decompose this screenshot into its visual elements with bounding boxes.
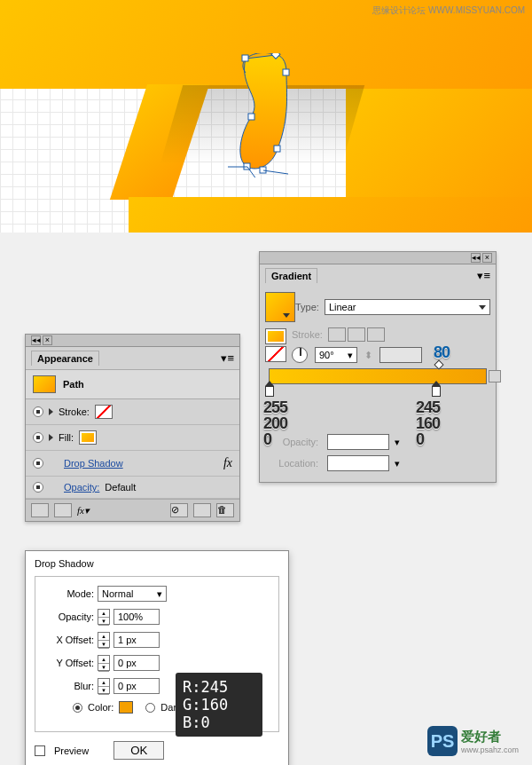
xoffset-spinner[interactable]: ▲▼ — [98, 632, 110, 648]
yoffset-label: Y Offset: — [43, 658, 94, 668]
opacity-spinner[interactable]: ▲▼ — [98, 609, 110, 625]
panel-menu-icon[interactable]: ▾≡ — [477, 269, 490, 282]
svg-rect-1 — [242, 55, 248, 61]
gradient-tab[interactable]: Gradient — [265, 268, 317, 283]
gradient-panel: ◂◂ × Gradient ▾≡ Type: Linear — [259, 251, 497, 483]
fill-row[interactable]: Fill: — [26, 425, 239, 451]
appearance-tab[interactable]: Appearance — [31, 351, 99, 366]
yoffset-input[interactable]: 0 px — [113, 655, 160, 671]
rgb-g: G:160 — [183, 696, 255, 714]
dialog-title: Drop Shadow — [26, 551, 288, 572]
svg-rect-3 — [248, 114, 254, 120]
rgb-r: R:245 — [183, 678, 255, 696]
eye-icon[interactable] — [33, 458, 43, 469]
aspect-icon: ⬍ — [364, 350, 372, 361]
ds-opacity-label: Opacity: — [43, 611, 94, 622]
type-label: Type: — [295, 302, 319, 312]
stroke-opt-2[interactable] — [348, 327, 365, 342]
expand-icon[interactable] — [49, 434, 53, 441]
eye-icon[interactable] — [33, 432, 43, 443]
angle-input[interactable]: 90°▾ — [315, 347, 357, 363]
footer-btn-2[interactable] — [54, 503, 72, 517]
blur-input[interactable]: 0 px — [113, 678, 160, 694]
stroke-opt-3[interactable] — [367, 327, 385, 342]
svg-rect-6 — [260, 167, 266, 173]
gradient-ramp[interactable]: 80 255 200 0 245 160 0 — [269, 368, 487, 384]
preview-checkbox[interactable] — [35, 745, 45, 756]
ps-badge: PS — [427, 726, 458, 756]
object-thumbnail — [33, 375, 56, 393]
panel-close-icon[interactable]: × — [43, 335, 52, 345]
canvas-area[interactable]: 思缘设计论坛 WWW.MISSYUAN.COM — [0, 0, 532, 233]
gradient-preview-swatch[interactable] — [265, 292, 295, 322]
site-watermark: PS 爱好者 www.psahz.com — [427, 726, 519, 756]
gradient-stop-right[interactable] — [432, 386, 441, 397]
artwork-bottom — [129, 197, 532, 233]
gradient-stop-left[interactable] — [265, 386, 274, 397]
logo-url: www.psahz.com — [461, 745, 519, 754]
svg-rect-4 — [274, 146, 280, 152]
watermark-top: 思缘设计论坛 WWW.MISSYUAN.COM — [372, 4, 525, 17]
yoffset-spinner[interactable]: ▲▼ — [98, 655, 110, 671]
fill-label: Fill: — [59, 432, 74, 443]
logo-cn: 爱好者 — [461, 729, 519, 745]
opacity-row[interactable]: Opacity: Default — [26, 477, 239, 499]
panel-collapse-icon[interactable]: ◂◂ — [471, 253, 481, 263]
blur-spinner[interactable]: ▲▼ — [98, 678, 110, 694]
grad-location-input[interactable] — [327, 455, 389, 471]
stop2-b: 0 — [416, 430, 424, 449]
color-radio[interactable] — [73, 703, 82, 713]
stroke-opt-1[interactable] — [328, 327, 346, 342]
appearance-footer: fx▾ ⊘ 🗑 — [26, 499, 239, 521]
trash-icon[interactable]: 🗑 — [216, 503, 234, 517]
panel-tab-bar: ◂◂ × — [26, 335, 239, 347]
eye-icon[interactable] — [33, 482, 43, 493]
stroke-target-swatch[interactable] — [265, 346, 286, 362]
rgb-tooltip: R:245 G:160 B:0 — [176, 673, 262, 737]
selected-path[interactable] — [228, 53, 299, 177]
delete-stop-icon[interactable] — [489, 370, 501, 382]
appearance-panel: ◂◂ × Appearance ▾≡ Path Stroke: Fill: Dr… — [25, 334, 240, 522]
panel-menu-icon[interactable]: ▾≡ — [221, 351, 234, 365]
svg-rect-2 — [283, 69, 289, 75]
grad-stroke-label: Stroke: — [292, 329, 323, 340]
aspect-input — [379, 347, 422, 363]
xoffset-label: X Offset: — [43, 635, 94, 645]
effect-row[interactable]: Drop Shadow fx — [26, 451, 239, 477]
clear-btn[interactable]: ⊘ — [170, 503, 188, 517]
stroke-row[interactable]: Stroke: — [26, 399, 239, 425]
panel-close-icon[interactable]: × — [482, 253, 492, 263]
opacity-input[interactable]: 100% — [113, 609, 160, 625]
mode-select[interactable]: Normal▾ — [98, 586, 167, 602]
angle-dial[interactable] — [292, 347, 308, 363]
annot-80: 80 — [434, 343, 450, 362]
swatch-dropdown-icon[interactable] — [283, 313, 290, 318]
panel-collapse-icon[interactable]: ◂◂ — [31, 335, 41, 345]
rgb-b: B:0 — [183, 714, 255, 731]
object-type: Path — [63, 379, 84, 390]
type-select[interactable]: Linear — [325, 299, 490, 315]
mode-label: Mode: — [43, 588, 94, 599]
grad-opacity-input[interactable] — [327, 434, 389, 450]
stroke-none-swatch[interactable] — [95, 405, 113, 419]
svg-line-9 — [263, 170, 288, 174]
xoffset-input[interactable]: 1 px — [113, 632, 160, 648]
opacity-value: Default — [105, 482, 136, 493]
blur-label: Blur: — [43, 681, 94, 691]
darkness-radio[interactable] — [145, 703, 155, 713]
opacity-link[interactable]: Opacity: — [64, 482, 99, 493]
preview-label: Preview — [54, 745, 89, 756]
fill-swatch[interactable] — [79, 430, 97, 445]
fill-target-swatch[interactable] — [265, 328, 286, 344]
fx-icon[interactable]: fx — [223, 456, 232, 470]
footer-btn-1[interactable] — [31, 503, 49, 517]
new-btn[interactable] — [193, 503, 211, 517]
shadow-color-swatch[interactable] — [119, 701, 133, 714]
expand-icon[interactable] — [49, 408, 53, 415]
opacity-label: Opacity: — [265, 437, 318, 447]
stroke-label: Stroke: — [59, 406, 90, 417]
eye-icon[interactable] — [33, 406, 43, 417]
ok-button[interactable]: OK — [113, 741, 164, 760]
effect-link[interactable]: Drop Shadow — [64, 458, 123, 469]
location-label: Location: — [265, 458, 318, 469]
